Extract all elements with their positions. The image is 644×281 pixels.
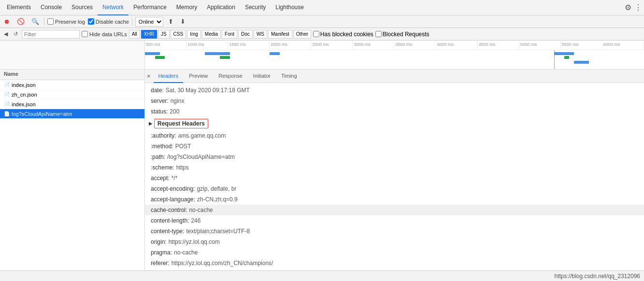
details-close-button[interactable]: ×: [147, 72, 151, 80]
settings-gear-button[interactable]: ⚙: [625, 3, 631, 12]
tick-6000: 6000 ms: [602, 41, 644, 50]
req-header-cache-control: cache-control: no-cache: [145, 205, 644, 215]
import-har-button[interactable]: ⬆: [166, 17, 175, 26]
preserve-log-check[interactable]: Preserve log: [47, 18, 85, 25]
tick-3000: 3000 ms: [353, 41, 394, 50]
file-name-1: index.json: [12, 82, 36, 88]
req-val-sec-fetch-dest: empty: [191, 269, 207, 270]
timeline-right: 500 ms 1000 ms 1500 ms 2000 ms 2500 ms 3…: [145, 41, 644, 69]
file-item-index-json-2[interactable]: 📄 index.json: [0, 99, 144, 109]
file-name-2: zh_cn.json: [12, 92, 37, 98]
tab-lighthouse[interactable]: Lighthouse: [271, 0, 309, 15]
details-tab-initiator[interactable]: Initiator: [248, 70, 275, 83]
req-key-accept-encoding: accept-encoding:: [151, 184, 195, 193]
req-header-referer: referer: https://yz.lol.qq.com/zh_CN/cha…: [145, 258, 644, 268]
blocked-requests-checkbox[interactable]: [375, 31, 382, 37]
req-key-authority: :authority:: [151, 131, 176, 140]
preserve-log-checkbox[interactable]: [47, 18, 54, 25]
has-blocked-cookies-check[interactable]: Has blocked cookies: [313, 31, 373, 38]
file-name-3: index.json: [12, 101, 36, 107]
filter-js[interactable]: JS: [158, 30, 170, 39]
status-bar: https://blog.csdn.net/qq_2312096: [0, 270, 644, 281]
details-tab-headers[interactable]: Headers: [154, 70, 184, 83]
waterfall-bar-6: [554, 52, 574, 55]
tick-500: 500 ms: [145, 41, 186, 50]
filter-img[interactable]: Img: [187, 30, 201, 39]
tab-console[interactable]: Console: [36, 0, 67, 15]
req-val-scheme: https: [176, 163, 189, 172]
filter-xhr[interactable]: XHR: [141, 30, 157, 39]
req-key-path: :path:: [151, 153, 165, 161]
req-key-method: :method:: [151, 142, 173, 151]
disable-cache-check[interactable]: Disable cache: [88, 18, 129, 25]
tab-security[interactable]: Security: [240, 0, 271, 15]
file-item-log-query[interactable]: 📄 log?sCloudApiName=atm: [0, 109, 144, 119]
tab-application[interactable]: Application: [202, 0, 240, 15]
tick-2500: 2500 ms: [311, 41, 353, 50]
file-item-index-json-1[interactable]: 📄 index.json: [0, 80, 144, 90]
req-header-scheme: :scheme: https: [145, 162, 644, 173]
filter-all[interactable]: All: [129, 30, 140, 39]
network-toolbar: ⏺ 🚫 🔍 Preserve log Disable cache Online …: [0, 15, 644, 28]
req-val-method: POST: [175, 142, 191, 151]
filter-row: ◀ ↺ Hide data URLs All XHR JS CSS Img Me…: [0, 28, 644, 41]
filter-other[interactable]: Other: [293, 30, 311, 39]
request-headers-section[interactable]: ▶ Request Headers: [145, 117, 644, 130]
waterfall-bar-1: [145, 52, 160, 55]
tick-5500: 5500 ms: [561, 41, 602, 50]
req-val-content-type: text/plain;charset=UTF-8: [186, 227, 250, 236]
waterfall-bar-2: [155, 56, 165, 59]
filter-input[interactable]: [22, 30, 80, 39]
status-bar-url: https://blog.csdn.net/qq_2312096: [555, 273, 640, 280]
has-blocked-cookies-checkbox[interactable]: [313, 31, 319, 37]
req-header-pragma: pragma: no-cache: [145, 247, 644, 258]
filter-ws[interactable]: WS: [254, 30, 267, 39]
hide-data-urls-checkbox[interactable]: [82, 31, 88, 37]
filter-media[interactable]: Media: [202, 30, 221, 39]
header-key-server: server:: [151, 97, 169, 105]
export-har-button[interactable]: ⬇: [178, 17, 187, 26]
tab-performance[interactable]: Performance: [129, 0, 172, 15]
has-blocked-cookies-label: Has blocked cookies: [320, 31, 373, 38]
req-key-content-length: content-length:: [151, 216, 189, 225]
details-tab-timing[interactable]: Timing: [276, 70, 302, 83]
tab-memory[interactable]: Memory: [172, 0, 202, 15]
req-key-accept: accept:: [151, 174, 170, 183]
tab-sources[interactable]: Sources: [67, 0, 98, 15]
waterfall-bar-3: [205, 52, 230, 55]
nav-back-button[interactable]: ◀: [2, 30, 10, 38]
more-options-button[interactable]: ⋮: [634, 3, 642, 12]
req-key-referer: referer:: [151, 259, 170, 267]
filter-css[interactable]: CSS: [171, 30, 186, 39]
nav-fwd-button[interactable]: ↺: [12, 30, 20, 38]
filter-doc[interactable]: Doc: [238, 30, 253, 39]
tab-network[interactable]: Network: [98, 0, 129, 15]
header-val-status: 200: [170, 107, 179, 116]
tick-4500: 4500 ms: [478, 41, 519, 50]
filter-toggle-button[interactable]: 🔍: [29, 17, 41, 26]
record-button[interactable]: ⏺: [2, 17, 12, 26]
header-val-server: nginx: [171, 97, 185, 105]
req-header-authority: :authority: ams.game.qq.com: [145, 130, 644, 141]
details-tab-preview[interactable]: Preview: [184, 70, 213, 83]
disable-cache-checkbox[interactable]: [88, 18, 94, 25]
hide-data-urls-check[interactable]: Hide data URLs: [82, 31, 127, 37]
header-key-status: status:: [151, 107, 168, 116]
header-val-date: Sat, 30 May 2020 09:17:18 GMT: [166, 86, 250, 95]
blocked-requests-check[interactable]: Blocked Requests: [375, 31, 429, 38]
file-item-zh-cn-json[interactable]: 📄 zh_cn.json: [0, 90, 144, 99]
req-header-content-length: content-length: 246: [145, 215, 644, 226]
tab-elements[interactable]: Elements: [2, 0, 36, 15]
separator-2: [132, 18, 132, 26]
filter-font[interactable]: Font: [222, 30, 237, 39]
req-val-accept-language: zh-CN,zh;q=0.9: [197, 195, 238, 204]
request-headers-label-text: Request Headers: [157, 120, 205, 127]
details-tab-response[interactable]: Response: [214, 70, 247, 83]
filter-manifest[interactable]: Manifest: [268, 30, 292, 39]
separator-1: [44, 18, 44, 26]
file-name-4: log?sCloudApiName=atm: [12, 111, 72, 117]
details-content: date: Sat, 30 May 2020 09:17:18 GMT serv…: [145, 83, 644, 270]
online-select[interactable]: Online: [135, 17, 163, 27]
req-header-sec-fetch-dest: sec-fetch-dest: empty: [145, 268, 644, 270]
clear-button[interactable]: 🚫: [15, 17, 27, 26]
